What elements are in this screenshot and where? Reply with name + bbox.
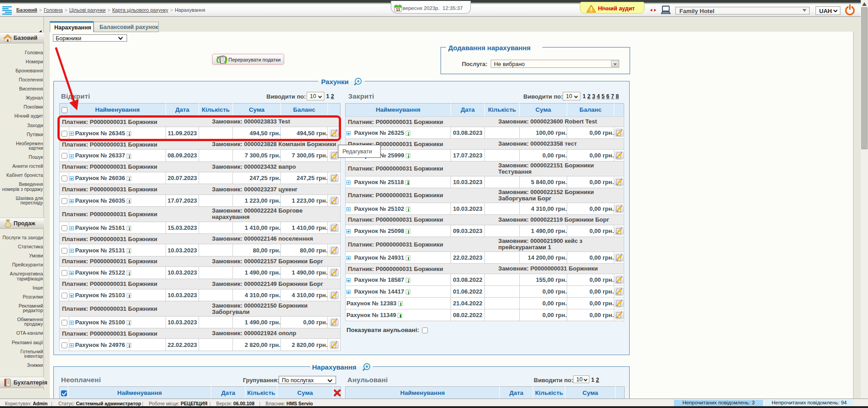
svg-text:11: 11	[396, 7, 400, 12]
